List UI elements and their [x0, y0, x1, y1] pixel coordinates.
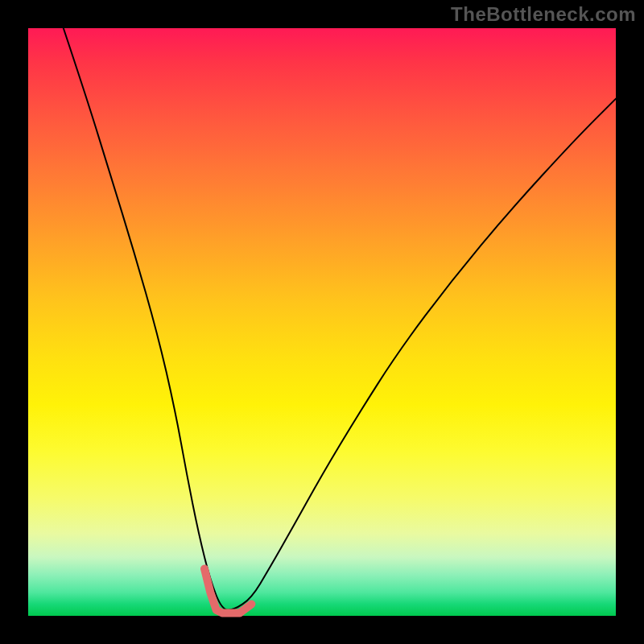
highlight-region — [204, 569, 251, 613]
chart-frame: TheBottleneck.com — [0, 0, 644, 644]
curve-layer — [28, 28, 616, 616]
watermark-label: TheBottleneck.com — [451, 3, 636, 26]
plot-area — [28, 28, 616, 616]
bottleneck-curve — [64, 28, 616, 610]
